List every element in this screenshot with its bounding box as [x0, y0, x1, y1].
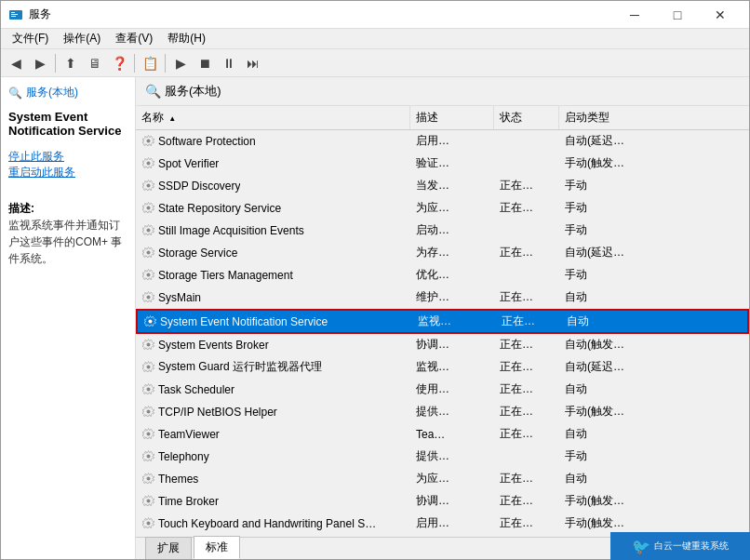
stop-service-link[interactable]: 停止此服务 [8, 149, 127, 165]
cell-name: TCP/IP NetBIOS Helper [136, 401, 410, 422]
col-desc[interactable]: 描述 [410, 106, 494, 129]
service-table[interactable]: 名称 ▲ 描述 状态 启动类型 Software Protection启 [136, 106, 749, 537]
service-icon [141, 202, 154, 215]
panel-search-icon: 🔍 [145, 84, 161, 99]
cell-status [494, 153, 559, 174]
table-row[interactable]: TCP/IP NetBIOS Helper提供…正在…手动(触发… [136, 401, 749, 423]
watermark: 🐦 白云一键重装系统 [610, 532, 750, 560]
table-row[interactable]: Telephony提供…手动 [136, 446, 749, 468]
cell-name: System Event Notification Service [138, 311, 412, 332]
desc-label: 描述: [8, 201, 127, 217]
export-button[interactable]: 📋 [139, 52, 161, 74]
back-button[interactable]: ◀ [5, 52, 27, 74]
sidebar-title[interactable]: 🔍 服务(本地) [8, 85, 127, 100]
stop-button[interactable]: ⏹ [194, 52, 216, 74]
service-name-text: System Event Notification Service [160, 315, 328, 328]
table-header: 名称 ▲ 描述 状态 启动类型 [136, 106, 749, 130]
cell-desc: 监视… [410, 356, 494, 378]
table-row[interactable]: SysMain维护…正在…自动 [136, 287, 749, 309]
service-icon [141, 180, 154, 193]
help-button[interactable]: ❓ [108, 52, 130, 74]
cell-name: SSDP Discovery [136, 175, 410, 196]
col-name[interactable]: 名称 ▲ [136, 106, 410, 129]
menu-item-1[interactable]: 操作(A) [56, 29, 108, 48]
col-status[interactable]: 状态 [494, 106, 559, 129]
cell-startup: 手动(触发… [559, 153, 634, 174]
svg-rect-2 [11, 14, 18, 15]
svg-point-5 [146, 162, 150, 166]
table-row[interactable]: System Guard 运行时监视器代理监视…正在…自动(延迟… [136, 356, 749, 379]
play-button[interactable]: ▶ [169, 52, 192, 74]
table-body: Software Protection启用…自动(延迟… Spot Verifi… [136, 130, 749, 537]
sidebar-description: 监视系统事件并通知订户这些事件的COM+ 事件系统。 [8, 217, 127, 267]
cell-name: Software Protection [136, 130, 410, 152]
cell-name: TeamViewer [136, 423, 410, 445]
table-row[interactable]: Themes为应…正在…自动 [136, 468, 749, 490]
title-bar-left: 服务 [8, 7, 51, 22]
forward-button[interactable]: ▶ [29, 52, 51, 74]
service-icon [141, 473, 154, 486]
view-button[interactable]: 🖥 [84, 52, 106, 74]
table-row[interactable]: Time Broker协调…正在…手动(触发… [136, 490, 749, 513]
table-row[interactable]: State Repository Service为应…正在…手动 [136, 197, 749, 220]
table-row[interactable]: Still Image Acquisition Events启动…手动 [136, 220, 749, 242]
table-row[interactable]: Spot Verifier验证…手动(触发… [136, 153, 749, 175]
service-icon [141, 495, 154, 508]
menu-item-0[interactable]: 文件(F) [5, 29, 56, 48]
cell-desc: 使用… [410, 379, 494, 400]
svg-point-9 [146, 251, 150, 255]
service-name-text: Software Protection [158, 135, 256, 148]
table-row[interactable]: System Events Broker协调…正在…自动(触发… [136, 334, 749, 356]
restart-button[interactable]: ⏭ [242, 52, 264, 74]
service-icon [141, 135, 154, 148]
up-button[interactable]: ⬆ [60, 52, 82, 74]
cell-desc: 验证… [410, 153, 494, 174]
cell-desc: 为存… [410, 242, 494, 263]
maximize-button[interactable]: □ [656, 1, 699, 29]
table-row[interactable]: SSDP Discovery当发…正在…手动 [136, 175, 749, 197]
table-row[interactable]: Task Scheduler使用…正在…自动 [136, 379, 749, 401]
svg-point-8 [146, 229, 150, 233]
close-button[interactable]: ✕ [699, 1, 742, 29]
cell-desc: 维护… [410, 287, 494, 308]
cell-name: Time Broker [136, 490, 410, 512]
main-window: 服务 ─ □ ✕ 文件(F)操作(A)查看(V)帮助(H) ◀ ▶ ⬆ 🖥 ❓ … [0, 0, 750, 560]
cell-startup: 自动 [559, 468, 634, 489]
restart-service-link[interactable]: 重启动此服务 [8, 165, 127, 180]
menu-item-3[interactable]: 帮助(H) [160, 29, 213, 48]
minimize-button[interactable]: ─ [613, 1, 656, 29]
cell-startup: 自动 [559, 379, 634, 400]
table-row[interactable]: Software Protection启用…自动(延迟… [136, 130, 749, 153]
cell-desc: 提供… [410, 401, 494, 422]
toolbar: ◀ ▶ ⬆ 🖥 ❓ 📋 ▶ ⏹ ⏸ ⏭ [1, 49, 749, 77]
svg-point-12 [148, 320, 152, 324]
cell-status [494, 130, 559, 152]
cell-startup: 自动(延迟… [559, 130, 634, 152]
cell-startup: 手动 [559, 175, 634, 196]
cell-status: 正在… [494, 513, 559, 534]
pause-button[interactable]: ⏸ [218, 52, 240, 74]
sort-arrow: ▲ [168, 114, 176, 123]
table-row[interactable]: Storage Tiers Management优化…手动 [136, 264, 749, 287]
cell-name: Storage Service [136, 242, 410, 263]
service-icon [141, 361, 154, 374]
cell-name: System Events Broker [136, 334, 410, 355]
col-startup[interactable]: 启动类型 [559, 106, 634, 129]
svg-point-10 [146, 273, 150, 277]
table-row[interactable]: System Event Notification Service监视…正在…自… [136, 309, 749, 334]
service-name-text: Themes [158, 473, 198, 486]
table-row[interactable]: TeamViewerTea…正在…自动 [136, 423, 749, 446]
cell-status: 正在… [494, 197, 559, 219]
title-text: 服务 [29, 7, 51, 22]
svg-point-11 [146, 296, 150, 300]
table-row[interactable]: Storage Service为存…正在…自动(延迟… [136, 242, 749, 264]
menu-item-2[interactable]: 查看(V) [108, 29, 160, 48]
cell-name: Telephony [136, 446, 410, 467]
cell-desc: 启用… [410, 130, 494, 152]
menu-bar: 文件(F)操作(A)查看(V)帮助(H) [1, 29, 749, 49]
tab-standard[interactable]: 标准 [194, 536, 240, 559]
tab-expand[interactable]: 扩展 [145, 537, 192, 559]
sidebar-service-name: System Event Notification Service [8, 110, 127, 138]
service-icon [141, 157, 154, 170]
service-icon [141, 269, 154, 282]
